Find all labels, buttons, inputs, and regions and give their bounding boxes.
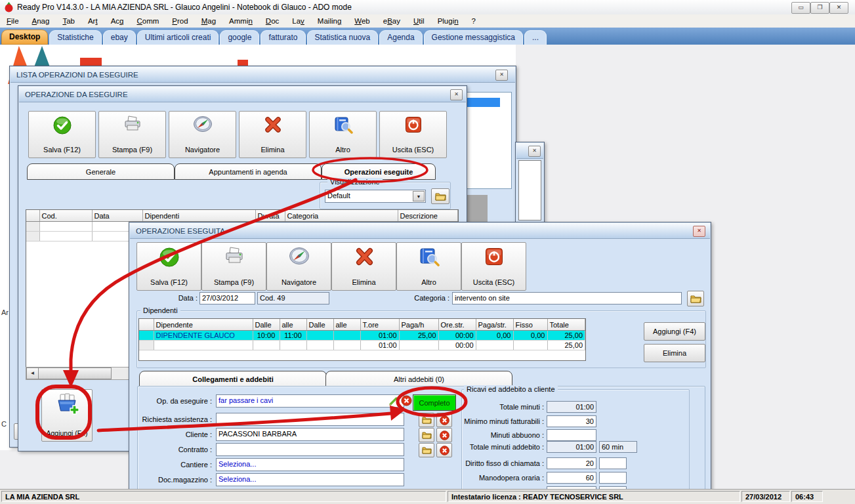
d2-uscita-button[interactable]: Uscita (ESC) bbox=[379, 111, 447, 158]
lista-selected-row[interactable] bbox=[462, 98, 500, 107]
d3-elimina-button[interactable]: Elimina bbox=[331, 242, 396, 291]
d3-navigatore-button[interactable]: Navigatore bbox=[266, 242, 331, 291]
d3-close-icon[interactable]: ✕ bbox=[693, 226, 705, 237]
manodopera-oraria-extra-input[interactable] bbox=[599, 472, 627, 484]
dipendenti-elimina-button[interactable]: Elimina bbox=[644, 344, 705, 362]
tab-agenda[interactable]: Agenda bbox=[379, 30, 422, 45]
cliente-remove-button[interactable] bbox=[436, 428, 452, 442]
menu-mailing[interactable]: Mailing bbox=[311, 17, 348, 25]
contratto-folder-button[interactable] bbox=[419, 443, 434, 457]
menu-ebay[interactable]: eBay bbox=[377, 17, 407, 25]
completo-status-badge[interactable]: Completo bbox=[413, 394, 456, 411]
d2-navigatore-button[interactable]: Navigatore bbox=[169, 111, 236, 158]
tab-ultimi-articoli[interactable]: Ultimi articoli creati bbox=[137, 30, 219, 45]
menu-help[interactable]: ? bbox=[465, 17, 482, 25]
contratto-input[interactable] bbox=[216, 443, 404, 456]
d2-altro-button[interactable]: Altro bbox=[309, 111, 377, 158]
partial-window-close-icon[interactable]: ✕ bbox=[528, 146, 541, 157]
tab-google[interactable]: google bbox=[220, 30, 259, 45]
d3-salva-button[interactable]: Salva (F12) bbox=[136, 242, 201, 291]
cliente-input[interactable]: PACASSONI BARBARA bbox=[216, 428, 404, 441]
lista-close-icon[interactable]: ✕ bbox=[495, 70, 508, 81]
tab-statistiche[interactable]: Statistiche bbox=[49, 30, 101, 45]
richiesta-assistenza-input[interactable] bbox=[216, 413, 404, 426]
d2-salva-button[interactable]: Salva (F12) bbox=[28, 111, 96, 158]
visualizzazione-dropdown[interactable]: Default ▼ bbox=[325, 190, 426, 203]
dipendente-row-selected[interactable]: DIPENDENTE GLAUCO 10:00 11:00 01:00 25,0… bbox=[139, 331, 585, 341]
tab-overflow[interactable]: ... bbox=[524, 30, 547, 45]
tab-ebay[interactable]: ebay bbox=[103, 30, 136, 45]
d2-aggiungi-button[interactable]: Aggiungi (F4) bbox=[41, 389, 93, 442]
book-search-icon bbox=[397, 247, 461, 266]
restore-button[interactable]: ❐ bbox=[810, 2, 829, 14]
menu-prod[interactable]: Prod bbox=[165, 17, 194, 25]
remove-circle-icon[interactable] bbox=[401, 395, 412, 406]
scroll-left-icon[interactable]: ◄ bbox=[26, 368, 39, 379]
tab-statistica-nuova[interactable]: Statistica nuova bbox=[307, 30, 379, 45]
menu-art[interactable]: Art bbox=[81, 17, 104, 25]
partial-window: ✕ bbox=[515, 142, 545, 223]
d2-tab-generale[interactable]: Generale bbox=[27, 163, 175, 180]
close-button[interactable]: ✕ bbox=[829, 2, 848, 14]
cliente-folder-button[interactable] bbox=[419, 428, 434, 442]
d3-uscita-button[interactable]: Uscita (ESC) bbox=[461, 242, 526, 291]
richiesta-folder-button[interactable] bbox=[419, 413, 434, 427]
tab-fatturato[interactable]: fatturato bbox=[261, 30, 305, 45]
totale-minuti-field: 01:00 bbox=[547, 401, 596, 413]
menu-anag[interactable]: Anag bbox=[26, 17, 56, 25]
menu-util[interactable]: Util bbox=[407, 17, 431, 25]
minuti-abbuono-label: Minuti abbuono : bbox=[461, 431, 544, 439]
categoria-folder-button[interactable] bbox=[687, 291, 704, 306]
minimo-minuti-input[interactable]: 30 bbox=[547, 415, 596, 427]
d2-tab-appuntamenti[interactable]: Appuntamenti in agenda bbox=[175, 163, 322, 180]
data-input[interactable]: 27/03/2012 bbox=[199, 292, 255, 304]
scroll-thumb[interactable] bbox=[38, 368, 112, 379]
categoria-input[interactable]: intervento on site bbox=[452, 292, 682, 304]
chevron-down-icon[interactable]: ▼ bbox=[413, 191, 425, 201]
d2-elimina-button[interactable]: Elimina bbox=[239, 111, 306, 158]
menu-lav[interactable]: Lav bbox=[285, 17, 311, 25]
totale-minuti-addebito-field: 01:00 bbox=[547, 441, 596, 453]
lista-list-panel[interactable] bbox=[459, 92, 512, 189]
menu-plugin[interactable]: Plugin bbox=[431, 17, 465, 25]
dipendenti-table[interactable]: Dipendente Dalle alle Dalle alle T.ore P… bbox=[138, 318, 586, 361]
tab-gestione-messaggistica[interactable]: Gestione messaggistica bbox=[424, 30, 523, 45]
lista-titlebar[interactable]: LISTA OPERAZIONI DA ESEGUIRE bbox=[10, 67, 515, 83]
power-exit-icon bbox=[462, 247, 526, 266]
menu-web[interactable]: Web bbox=[348, 17, 376, 25]
tab-desktop[interactable]: Desktop bbox=[1, 30, 48, 45]
d3-titlebar[interactable]: OPERAZIONE ESEGUITA bbox=[130, 223, 710, 239]
d2-close-icon[interactable]: ✕ bbox=[450, 89, 463, 100]
lista-gray-block bbox=[464, 195, 488, 222]
diritto-fisso-extra-input[interactable] bbox=[599, 457, 627, 469]
dipendenti-aggiungi-button[interactable]: Aggiungi (F4) bbox=[644, 322, 705, 341]
minuti-abbuono-input[interactable] bbox=[547, 429, 596, 441]
d2-stampa-button[interactable]: Stampa (F9) bbox=[98, 111, 166, 158]
folder-icon bbox=[422, 431, 432, 439]
pencil-icon[interactable] bbox=[388, 396, 398, 406]
menu-ammin[interactable]: Ammin bbox=[222, 17, 259, 25]
desktop-tabstrip: Desktop Statistiche ebay Ultimi articoli… bbox=[0, 28, 855, 45]
menu-comm[interactable]: Comm bbox=[130, 17, 165, 25]
status-time: 06:43 bbox=[791, 491, 823, 502]
d3-stampa-button[interactable]: Stampa (F9) bbox=[201, 242, 266, 291]
contratto-remove-button[interactable] bbox=[436, 443, 452, 457]
op-da-eseguire-input[interactable]: far passare i cavi bbox=[216, 394, 404, 408]
cantiere-select[interactable]: Seleziona... bbox=[216, 458, 404, 471]
richiesta-remove-button[interactable] bbox=[436, 413, 452, 427]
red-x-icon bbox=[240, 116, 306, 134]
diritto-fisso-input[interactable]: 20 bbox=[547, 457, 596, 469]
menu-acq[interactable]: Acq bbox=[104, 17, 131, 25]
menu-tab[interactable]: Tab bbox=[56, 17, 81, 25]
manodopera-oraria-input[interactable]: 60 bbox=[547, 472, 596, 484]
d2-titlebar[interactable]: OPERAZIONE DA ESEGUIRE bbox=[19, 87, 466, 102]
doc-magazzino-select[interactable]: Seleziona... bbox=[216, 473, 404, 486]
menu-mag[interactable]: Mag bbox=[195, 17, 222, 25]
d3-altro-button[interactable]: Altro bbox=[396, 242, 461, 291]
menu-doc[interactable]: Doc bbox=[259, 17, 285, 25]
d3-uscita-label: Uscita (ESC) bbox=[462, 278, 526, 286]
minimize-button[interactable]: ▭ bbox=[791, 2, 810, 14]
tab-collegamenti-e-addebiti[interactable]: Collegamenti e addebiti bbox=[139, 371, 327, 387]
menu-file[interactable]: File bbox=[0, 17, 26, 25]
visualizzazione-folder-button[interactable] bbox=[431, 188, 449, 204]
